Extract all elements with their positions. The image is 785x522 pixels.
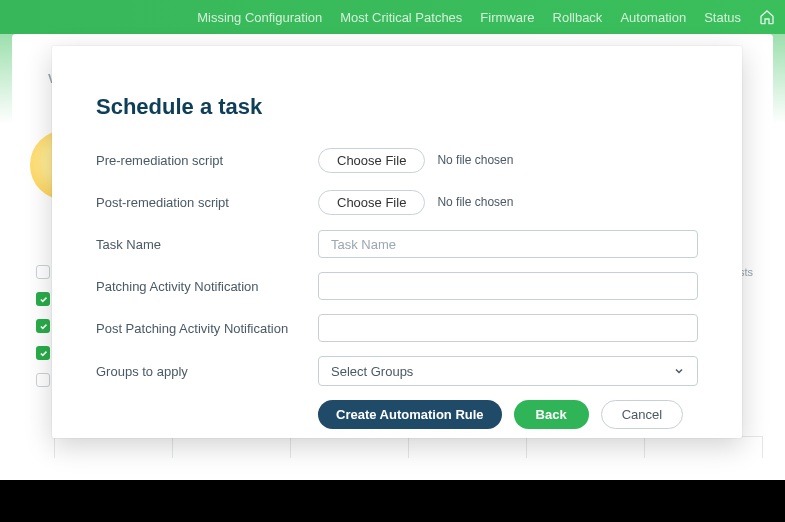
bg-checkbox-checked[interactable]: [36, 346, 50, 360]
table-cell: [291, 436, 409, 458]
create-automation-rule-button[interactable]: Create Automation Rule: [318, 400, 502, 429]
table-cell: [527, 436, 645, 458]
chevron-down-icon: [673, 365, 685, 377]
back-button[interactable]: Back: [514, 400, 589, 429]
modal-title: Schedule a task: [96, 94, 698, 120]
home-icon[interactable]: [759, 9, 775, 25]
post-patching-notification-input[interactable]: [318, 314, 698, 342]
post-script-file-status: No file chosen: [437, 195, 513, 209]
groups-select[interactable]: Select Groups: [318, 356, 698, 386]
bg-checkbox[interactable]: [36, 373, 50, 387]
patching-notification-label: Patching Activity Notification: [96, 279, 318, 294]
groups-label: Groups to apply: [96, 364, 318, 379]
app-window: Missing Configuration Most Critical Patc…: [0, 0, 785, 480]
schedule-task-modal: Schedule a task Pre-remediation script C…: [52, 46, 742, 438]
table-cell: [173, 436, 291, 458]
top-nav: Missing Configuration Most Critical Patc…: [0, 0, 785, 34]
table-cell: [54, 436, 173, 458]
pre-script-choose-file-button[interactable]: Choose File: [318, 148, 425, 173]
nav-rollback[interactable]: Rollback: [553, 10, 603, 25]
table-cell: [645, 436, 763, 458]
table-cell: [409, 436, 527, 458]
nav-automation[interactable]: Automation: [620, 10, 686, 25]
groups-select-value: Select Groups: [331, 364, 413, 379]
patching-notification-input[interactable]: [318, 272, 698, 300]
post-patching-notification-label: Post Patching Activity Notification: [96, 321, 318, 336]
bg-checkbox-checked[interactable]: [36, 292, 50, 306]
nav-firmware[interactable]: Firmware: [480, 10, 534, 25]
pre-script-label: Pre-remediation script: [96, 153, 318, 168]
bg-checkbox-checked[interactable]: [36, 319, 50, 333]
nav-status[interactable]: Status: [704, 10, 741, 25]
cancel-button[interactable]: Cancel: [601, 400, 683, 429]
bg-checkbox[interactable]: [36, 265, 50, 279]
nav-critical-patches[interactable]: Most Critical Patches: [340, 10, 462, 25]
post-script-label: Post-remediation script: [96, 195, 318, 210]
background-table-footer: [54, 436, 763, 458]
nav-missing-config[interactable]: Missing Configuration: [197, 10, 322, 25]
task-name-label: Task Name: [96, 237, 318, 252]
post-script-choose-file-button[interactable]: Choose File: [318, 190, 425, 215]
pre-script-file-status: No file chosen: [437, 153, 513, 167]
background-checkbox-column: [36, 265, 50, 400]
task-name-input[interactable]: [318, 230, 698, 258]
